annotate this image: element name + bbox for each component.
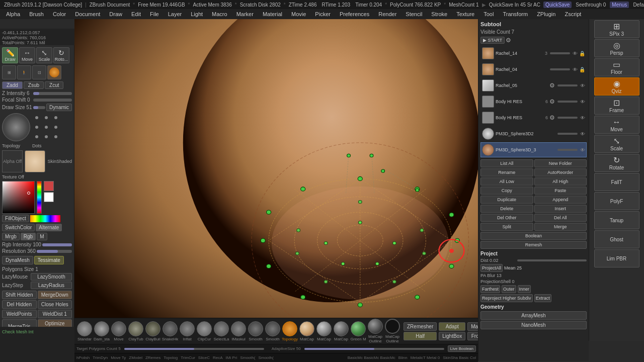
brush-claytub[interactable]: ClayTub bbox=[128, 321, 144, 341]
settings-icon[interactable]: ⚙ bbox=[549, 114, 555, 121]
subtool-gear-icon[interactable]: ⚙ bbox=[506, 37, 511, 44]
focal-shift-slider[interactable] bbox=[33, 99, 72, 102]
adapt-btn[interactable]: Adapt bbox=[439, 322, 465, 331]
brush-smooth2[interactable]: Smooth bbox=[265, 321, 281, 341]
shift-hidden-btn[interactable]: Shift Hidden bbox=[2, 291, 37, 299]
subtool-item-body-hi1[interactable]: Body HI RES 6 ⚙ 👁 bbox=[480, 94, 587, 109]
eye-icon[interactable]: 👁 bbox=[573, 67, 578, 72]
array-mesh-btn[interactable]: ArrayMesh bbox=[480, 311, 587, 320]
brush-select[interactable]: SelectLa bbox=[213, 321, 229, 341]
menu-alpha[interactable]: Alpha bbox=[3, 11, 23, 18]
zsub-btn[interactable]: Zsub bbox=[24, 81, 44, 89]
move-btn-right[interactable]: ↔ Move bbox=[594, 116, 639, 134]
extract-btn[interactable]: Extract bbox=[534, 294, 551, 302]
frame-btn[interactable]: ⊡ Frame bbox=[594, 97, 639, 115]
subtool-item-pm3d2[interactable]: PM3D_Sphere3D2 👁 bbox=[480, 126, 587, 141]
adaptive-size-slider[interactable] bbox=[304, 348, 444, 350]
brush-move[interactable]: Move bbox=[111, 321, 127, 341]
menus-btn[interactable]: Menus bbox=[610, 2, 629, 8]
rotate-btn[interactable]: ↻ Roto... bbox=[53, 47, 69, 63]
tessimate-btn[interactable]: Tessimate bbox=[34, 256, 64, 264]
subtool-item-pm3d3[interactable]: PM3D_Sphere3D_3 👁 bbox=[480, 142, 587, 157]
scale-btn[interactable]: ⤡ Scale bbox=[36, 47, 52, 63]
delete-btn[interactable]: Delete bbox=[480, 205, 533, 213]
subtool-item-rachel05[interactable]: Rachel_05 ⚙ 👁 bbox=[480, 78, 587, 93]
lock-icon[interactable]: 🔒 bbox=[579, 51, 585, 56]
reproject-btn[interactable]: Reproject Higher Subdiv bbox=[480, 294, 533, 302]
brush-inflat[interactable]: Inflat bbox=[179, 321, 195, 341]
poly-count-slider[interactable] bbox=[124, 348, 264, 350]
rename-btn[interactable]: Rename bbox=[480, 168, 533, 176]
color-picker[interactable] bbox=[2, 181, 35, 214]
brush-imask[interactable]: IMaskul bbox=[230, 321, 247, 341]
matcap-gray[interactable]: MatCap bbox=[316, 321, 332, 341]
copy-btn[interactable]: Copy bbox=[480, 187, 533, 195]
eye-icon[interactable]: 👁 bbox=[580, 115, 585, 121]
del-all-btn[interactable]: Del All bbox=[534, 214, 587, 222]
resolution-slider[interactable] bbox=[37, 250, 72, 253]
subtool-item-body-hi2[interactable]: Body HI RES 6 ⚙ 👁 bbox=[480, 110, 587, 125]
eye-icon[interactable]: 👁 bbox=[573, 51, 578, 56]
draw-btn[interactable]: ✏️ Draw bbox=[2, 47, 18, 63]
split-btn[interactable]: Split bbox=[480, 223, 533, 231]
persp-btn-right[interactable]: ◎ Persp bbox=[594, 39, 639, 57]
persp-btn[interactable]: ⊡ bbox=[32, 65, 46, 79]
duplicate-btn[interactable]: Duplicate bbox=[480, 196, 533, 204]
snap-btn[interactable]: ⊞ bbox=[2, 65, 16, 79]
default-script[interactable]: DefaultZScript bbox=[631, 2, 644, 8]
auto-reorder-btn[interactable]: AutoReorder bbox=[534, 168, 587, 176]
eye-icon[interactable]: 👁 bbox=[580, 147, 585, 153]
del-hidden-btn[interactable]: Del Hidden bbox=[2, 300, 37, 309]
subtool-item-rachel04[interactable]: Rachel_04 👁 🔒 bbox=[480, 62, 587, 77]
dynamic-btn[interactable]: Dynamic bbox=[46, 104, 72, 111]
rgb-btn[interactable]: Rgb bbox=[21, 233, 36, 240]
settings-icon[interactable]: ⚙ bbox=[549, 82, 555, 89]
background-color[interactable] bbox=[44, 192, 54, 202]
close-holes-btn[interactable]: Close Holes bbox=[38, 300, 72, 309]
switch-color-btn[interactable]: SwitchColor bbox=[2, 224, 35, 231]
menu-render[interactable]: Render bbox=[375, 11, 399, 18]
menu-marker[interactable]: Marker bbox=[233, 11, 257, 18]
farthest-btn[interactable]: Farthest bbox=[480, 285, 500, 293]
qviz-btn[interactable]: ◉ Qviz bbox=[594, 77, 639, 96]
menu-brush[interactable]: Brush bbox=[26, 11, 47, 18]
brush-snakehk[interactable]: SnakeHk bbox=[162, 321, 178, 341]
matcap-green[interactable]: Green M bbox=[350, 321, 366, 341]
brush-clipcur[interactable]: ClipCur bbox=[196, 321, 212, 341]
menu-edit[interactable]: Edit bbox=[128, 11, 144, 18]
zremesher-btn[interactable]: ZRemesher bbox=[404, 322, 437, 331]
matcap-outline2[interactable]: MatCap Outline bbox=[384, 319, 400, 343]
menu-layer[interactable]: Layer bbox=[165, 11, 185, 18]
remesh-btn[interactable]: Remesh bbox=[480, 241, 587, 249]
brush-claybuild[interactable]: ClayBuil bbox=[145, 321, 161, 341]
project-all-btn[interactable]: ProjectAll bbox=[480, 264, 503, 272]
tanup-btn[interactable]: Tanup bbox=[594, 211, 639, 229]
foreground-color[interactable] bbox=[44, 181, 54, 191]
menu-macro[interactable]: Macro bbox=[209, 11, 230, 18]
menu-zplugin[interactable]: ZPlugin bbox=[534, 11, 558, 18]
zadd-btn[interactable]: Zadd bbox=[2, 81, 23, 89]
draw-size-slider[interactable] bbox=[33, 106, 45, 109]
fill-object-btn[interactable]: FillObject bbox=[2, 215, 29, 222]
gradient-swatch[interactable] bbox=[30, 215, 60, 222]
menu-texture[interactable]: Texture bbox=[453, 11, 477, 18]
subtool-item-rachel14[interactable]: Rachel_14 3 👁 🔒 bbox=[480, 46, 587, 61]
eye-icon[interactable]: 👁 bbox=[580, 131, 585, 137]
append-btn[interactable]: Append bbox=[534, 196, 587, 204]
fallt-btn[interactable]: FallT bbox=[594, 173, 639, 191]
lim-pbr-btn[interactable]: Lim PBR bbox=[594, 249, 639, 267]
lock-icon[interactable]: 🔒 bbox=[579, 67, 585, 72]
dist-slider[interactable] bbox=[517, 259, 587, 261]
merge-down-btn[interactable]: MergeDown bbox=[38, 291, 72, 299]
menu-zscript[interactable]: Zscript bbox=[561, 11, 584, 18]
zcut-btn[interactable]: Zcut bbox=[45, 81, 63, 89]
mrgb-btn[interactable]: Mrgb bbox=[2, 233, 20, 240]
matcap-outline1[interactable]: MatCap Outline bbox=[367, 319, 383, 343]
subtool-start-btn[interactable]: ▶ START bbox=[480, 37, 505, 44]
brush-topology-active[interactable]: Topology bbox=[282, 321, 298, 341]
alpha-thumb[interactable]: Alpha Off bbox=[2, 150, 23, 172]
insert-btn[interactable]: Insert bbox=[534, 205, 587, 213]
menu-transform[interactable]: Transform bbox=[500, 11, 531, 18]
boolean-btn[interactable]: Boolean bbox=[480, 232, 587, 240]
matcap-skin[interactable]: MatCap bbox=[299, 321, 315, 341]
